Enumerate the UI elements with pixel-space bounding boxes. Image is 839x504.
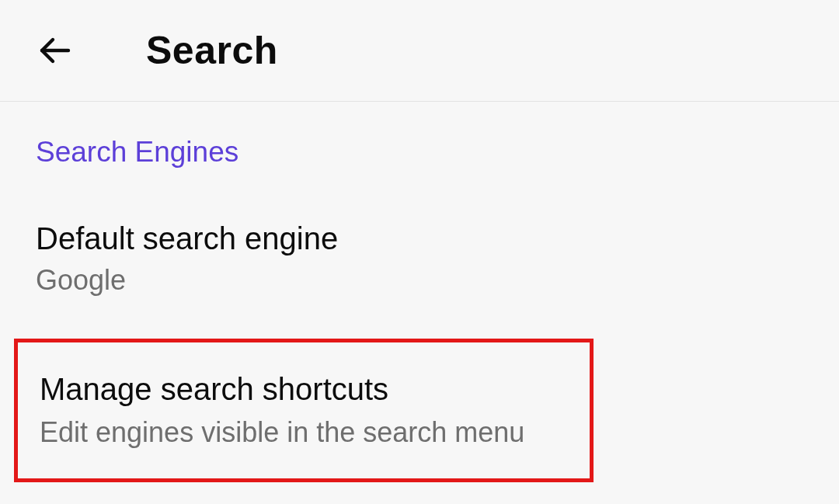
- back-button[interactable]: [34, 30, 75, 71]
- arrow-left-icon: [36, 32, 73, 69]
- page-header: Search: [0, 0, 839, 102]
- list-item-title: Default search engine: [36, 221, 803, 256]
- manage-search-shortcuts-item[interactable]: Manage search shortcuts Edit engines vis…: [14, 339, 594, 482]
- page-title: Search: [146, 28, 278, 73]
- default-search-engine-item[interactable]: Default search engine Google: [0, 189, 839, 329]
- list-item-title: Manage search shortcuts: [40, 372, 568, 407]
- list-item-subtitle: Edit engines visible in the search menu: [40, 416, 568, 449]
- content-area: Search Engines Default search engine Goo…: [0, 102, 839, 482]
- section-header-search-engines: Search Engines: [0, 102, 839, 189]
- list-item-subtitle: Google: [36, 264, 803, 297]
